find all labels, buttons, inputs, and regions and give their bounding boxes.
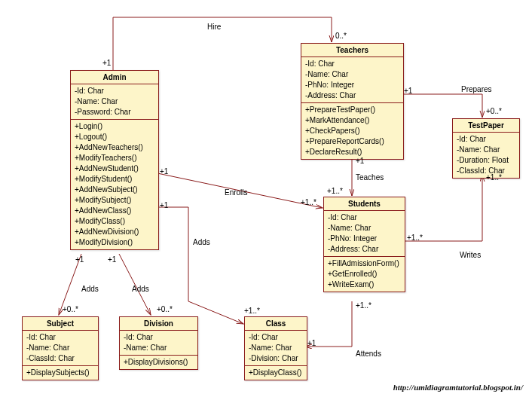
mult: +1	[356, 157, 364, 165]
ops: +FillAdmissionForm()+GetEnrolled()+Write…	[324, 257, 405, 292]
ops: +PrepareTestPaper()+MarkAttendance()+Che…	[301, 103, 403, 159]
mult: +0..*	[486, 107, 502, 115]
label-teaches: Teaches	[356, 173, 384, 182]
class-title: Subject	[23, 317, 98, 331]
mult: +0..*	[157, 305, 173, 313]
attrs: -Id: Char-Name: Char	[120, 331, 197, 356]
class-students: Students -Id: Char-Name: Char-PhNo: Inte…	[323, 197, 405, 292]
class-division: Division -Id: Char-Name: Char +DisplayDi…	[119, 316, 198, 370]
mult: +1	[160, 201, 168, 209]
mult: +1..*	[486, 173, 502, 182]
ops: +DisplaySubjects()	[23, 366, 98, 380]
class-class: Class -Id: Char-Name: Char-Division: Cha…	[244, 316, 307, 380]
ops: +Login()+Logout()+AddNewTeachers()+Modif…	[71, 120, 158, 249]
mult: +1	[307, 339, 316, 347]
class-title: Students	[324, 197, 405, 211]
label-prepares: Prepares	[461, 85, 492, 93]
attrs: -Id: Char-Name: Char-Password: Char	[71, 84, 158, 120]
attrs: -Id: Char-Name: Char-PhNo: Integer-Addre…	[301, 57, 403, 103]
mult: +1	[75, 255, 84, 264]
class-testpaper: TestPaper -Id: Char-Name: Char-Duration:…	[452, 118, 520, 179]
mult: 0..*	[335, 32, 347, 40]
mult: +1..*	[407, 234, 423, 242]
class-title: Teachers	[301, 44, 403, 57]
mult: +1..*	[301, 198, 316, 206]
mult: +0..*	[63, 305, 78, 313]
label-adds: Adds	[81, 285, 99, 293]
mult: +1	[102, 59, 111, 67]
attrs: -Id: Char-Name: Char-PhNo: Integer-Addre…	[324, 211, 405, 257]
mult: +1	[108, 255, 116, 264]
mult: +1	[404, 87, 412, 95]
class-title: Division	[120, 317, 197, 331]
label-attends: Attends	[356, 350, 381, 358]
mult: +1	[160, 167, 168, 176]
mult: +1..*	[327, 187, 343, 195]
class-title: Class	[245, 317, 307, 331]
class-title: TestPaper	[453, 119, 519, 133]
label-enrolls: Enrolls	[225, 188, 248, 197]
class-title: Admin	[71, 71, 158, 84]
label-hire: Hire	[207, 23, 221, 31]
mult: +1..*	[356, 301, 371, 310]
footer-url: http://umldiagramtutorial.blogspot.in/	[393, 383, 523, 392]
class-admin: Admin -Id: Char-Name: Char-Password: Cha…	[70, 70, 159, 250]
attrs: -Id: Char-Name: Char-Duration: Float-Cla…	[453, 133, 519, 178]
ops: +DisplayClass()	[245, 366, 307, 380]
label-adds: Adds	[193, 238, 210, 246]
attrs: -Id: Char-Name: Char-Division: Char	[245, 331, 307, 366]
mult: +1..*	[244, 307, 260, 315]
label-adds: Adds	[132, 285, 149, 293]
attrs: -Id: Char-Name: Char-ClassId: Char	[23, 331, 98, 366]
class-teachers: Teachers -Id: Char-Name: Char-PhNo: Inte…	[301, 43, 404, 160]
label-writes: Writes	[460, 251, 481, 259]
ops: +DisplayDivisions()	[120, 356, 197, 369]
class-subject: Subject -Id: Char-Name: Char-ClassId: Ch…	[22, 316, 99, 380]
